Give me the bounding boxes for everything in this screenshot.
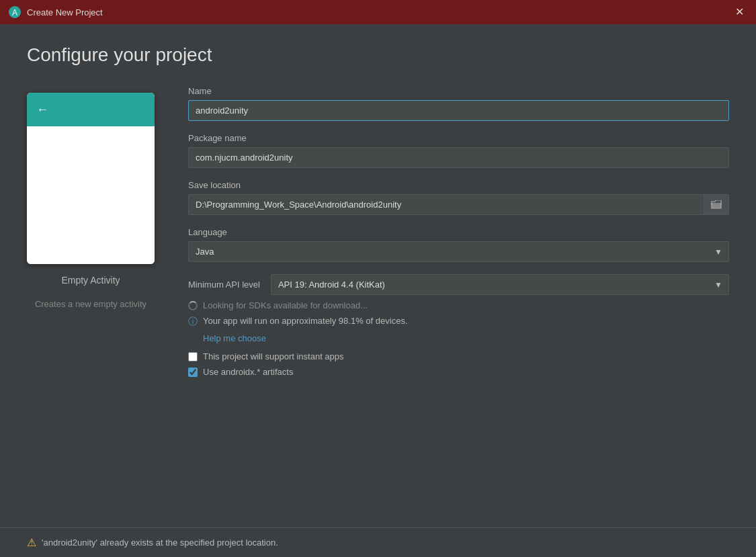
back-arrow-icon: ←	[36, 103, 48, 117]
warning-text: 'android2unity' already exists at the sp…	[42, 538, 278, 548]
info-icon: ⓘ	[188, 316, 198, 328]
min-api-select[interactable]: API 19: Android 4.4 (KitKat) API 21: And…	[271, 274, 729, 295]
activity-label: Empty Activity	[61, 275, 120, 286]
instant-apps-checkbox[interactable]	[188, 352, 198, 361]
api-level-select-wrapper: API 19: Android 4.4 (KitKat) API 21: And…	[271, 274, 729, 295]
coverage-text: Your app will run on approximately 98.1%…	[203, 316, 408, 326]
name-group: Name	[188, 86, 729, 121]
activity-description: Creates a new empty activity	[35, 299, 146, 309]
close-button[interactable]: ✕	[731, 5, 748, 19]
phone-preview: ←	[27, 93, 155, 264]
name-input[interactable]	[188, 100, 729, 121]
min-api-label: Minimum API level	[188, 280, 260, 290]
app-logo: A	[8, 5, 22, 19]
save-location-input[interactable]	[188, 194, 704, 215]
title-bar-left: A Create New Project	[8, 5, 103, 19]
language-select[interactable]: Java Kotlin	[188, 241, 729, 262]
sdk-loading-row: Looking for SDKs available for download.…	[188, 300, 729, 310]
save-location-input-wrapper	[188, 194, 729, 215]
preview-body	[27, 126, 155, 264]
name-label: Name	[188, 86, 729, 96]
preview-area: ← Empty Activity Creates a new empty act…	[27, 86, 155, 514]
main-content: Configure your project ← Empty Activity …	[0, 24, 756, 527]
package-label: Package name	[188, 133, 729, 143]
dialog-title: Create New Project	[27, 7, 103, 17]
androidx-label: Use androidx.* artifacts	[203, 367, 293, 377]
title-bar: A Create New Project ✕	[0, 0, 756, 24]
svg-text:A: A	[12, 8, 17, 17]
package-group: Package name	[188, 133, 729, 168]
page-title: Configure your project	[27, 44, 729, 66]
preview-header: ←	[27, 93, 155, 126]
instant-apps-checkbox-row: This project will support instant apps	[188, 351, 729, 361]
package-input[interactable]	[188, 147, 729, 168]
save-location-group: Save location	[188, 180, 729, 215]
browse-folder-button[interactable]	[704, 194, 729, 215]
api-level-row: Minimum API level API 19: Android 4.4 (K…	[188, 274, 729, 295]
loading-spinner-icon	[188, 301, 198, 310]
language-group: Language Java Kotlin ▼	[188, 227, 729, 262]
save-location-label: Save location	[188, 180, 729, 190]
language-select-wrapper: Java Kotlin ▼	[188, 241, 729, 262]
form-area: Name Package name Save location	[188, 86, 729, 514]
folder-icon	[711, 200, 722, 210]
bottom-bar: ⚠ 'android2unity' already exists at the …	[0, 527, 756, 557]
sdk-loading-text: Looking for SDKs available for download.…	[203, 300, 368, 310]
device-coverage-row: ⓘ Your app will run on approximately 98.…	[188, 316, 729, 328]
help-link[interactable]: Help me choose	[203, 333, 729, 343]
instant-apps-label: This project will support instant apps	[203, 351, 344, 361]
language-label: Language	[188, 227, 729, 237]
content-area: ← Empty Activity Creates a new empty act…	[27, 86, 729, 514]
androidx-checkbox-row: Use androidx.* artifacts	[188, 367, 729, 377]
androidx-checkbox[interactable]	[188, 368, 198, 377]
warning-icon: ⚠	[27, 536, 36, 549]
